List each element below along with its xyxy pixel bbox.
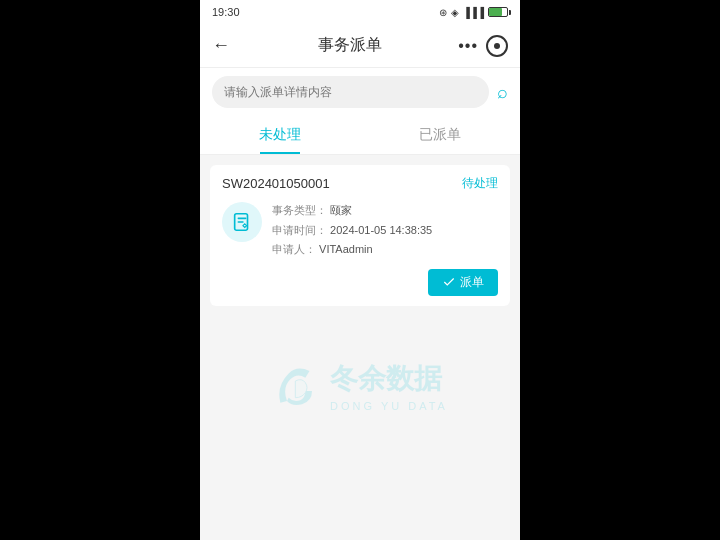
search-button[interactable]: ⌕ — [497, 82, 508, 103]
tab-bar: 未处理 已派单 — [200, 116, 520, 155]
card-info: 事务类型： 颐家 申请时间： 2024-01-05 14:38:35 申请人： … — [272, 202, 498, 261]
watermark-en: DONG YU DATA — [330, 400, 448, 412]
applicant-value: VITAadmin — [319, 243, 373, 255]
applicant-row: 申请人： VITAadmin — [272, 241, 498, 258]
tab-dispatched[interactable]: 已派单 — [360, 116, 520, 154]
watermark-logo: 冬余数据 DONG YU DATA — [272, 360, 448, 412]
bluetooth-icon: ⊛ — [439, 7, 447, 18]
pending-status[interactable]: 待处理 — [462, 175, 498, 192]
dongyu-logo-icon — [272, 361, 322, 411]
nav-actions: ••• — [458, 35, 508, 57]
card-type-icon — [222, 202, 262, 242]
type-row: 事务类型： 颐家 — [272, 202, 498, 219]
status-bar: 19:30 ⊛ ◈ ▐▐▐ — [200, 0, 520, 24]
card-footer: 派单 — [222, 269, 498, 296]
time-value: 2024-01-05 14:38:35 — [330, 224, 432, 236]
status-time: 19:30 — [212, 6, 240, 18]
top-nav: ← 事务派单 ••• — [200, 24, 520, 68]
card-id: SW202401050001 — [222, 176, 330, 191]
checkmark-icon — [442, 275, 456, 289]
target-icon[interactable] — [486, 35, 508, 57]
search-bar: ⌕ — [200, 68, 520, 116]
wifi-icon: ◈ — [451, 7, 459, 18]
search-input-wrap — [212, 76, 489, 108]
dispatch-card: SW202401050001 待处理 事务类型： 颐家 — [210, 165, 510, 306]
more-options-button[interactable]: ••• — [458, 37, 478, 55]
type-value: 颐家 — [330, 204, 352, 216]
type-label: 事务类型： — [272, 204, 327, 216]
battery-icon — [488, 7, 508, 17]
dispatch-button[interactable]: 派单 — [428, 269, 498, 296]
document-edit-icon — [231, 211, 253, 233]
watermark: 冬余数据 DONG YU DATA — [210, 316, 510, 456]
applicant-label: 申请人： — [272, 243, 316, 255]
card-body: 事务类型： 颐家 申请时间： 2024-01-05 14:38:35 申请人： … — [222, 202, 498, 261]
search-input[interactable] — [224, 85, 477, 99]
card-header: SW202401050001 待处理 — [222, 175, 498, 192]
page-title: 事务派单 — [318, 35, 382, 56]
time-row: 申请时间： 2024-01-05 14:38:35 — [272, 222, 498, 239]
status-icons: ⊛ ◈ ▐▐▐ — [439, 7, 508, 18]
tab-unprocessed[interactable]: 未处理 — [200, 116, 360, 154]
signal-icon: ▐▐▐ — [463, 7, 484, 18]
content-area: SW202401050001 待处理 事务类型： 颐家 — [200, 155, 520, 540]
time-label: 申请时间： — [272, 224, 327, 236]
back-button[interactable]: ← — [212, 35, 242, 56]
watermark-cn: 冬余数据 — [330, 360, 448, 398]
